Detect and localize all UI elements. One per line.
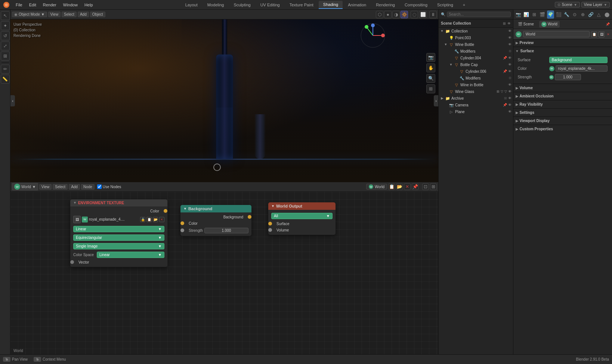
overlay-toggle[interactable]: ◌ — [411, 11, 418, 18]
tree-item-point003[interactable]: 💡 Point.003 👁 — [439, 34, 513, 41]
snap-node-btn[interactable]: ⊡ — [422, 183, 429, 190]
winebottle-eye[interactable]: 👁 — [508, 83, 511, 87]
prop-world-icon[interactable]: 🌍 — [547, 10, 554, 19]
tab-shading[interactable]: Shading — [319, 1, 343, 9]
hand-tool-btn[interactable]: ✋ — [426, 63, 435, 72]
env-interpolation-dropdown[interactable]: Linear ▼ — [73, 226, 164, 232]
node-canvas[interactable]: ▼ ENVIRONMENT TEXTURE Color 🖼 W royal_es… — [10, 192, 438, 355]
scene-collection-eye[interactable]: 👁 — [507, 22, 511, 25]
bg-strength-value[interactable]: 1.000 — [204, 228, 248, 233]
tree-item-wine-bottle[interactable]: ▼ ▽ Wine Bottle 👁 — [439, 41, 513, 48]
settings-header[interactable]: Settings — [513, 109, 612, 116]
view-menu[interactable]: View — [48, 12, 61, 17]
tab-scripting[interactable]: Scripting — [433, 1, 458, 9]
tab-add[interactable]: + — [458, 1, 470, 9]
menu-file[interactable]: File — [13, 2, 25, 8]
prop-modifier-icon[interactable]: 🔧 — [563, 10, 571, 19]
node-add-menu[interactable]: Add — [69, 184, 80, 190]
scene-selector[interactable]: ⊙ Scene ▼ — [555, 2, 580, 7]
tab-animation[interactable]: Animation — [343, 1, 371, 9]
menu-window[interactable]: Window — [60, 2, 81, 8]
preview-header[interactable]: Preview — [513, 40, 612, 46]
env-preview-thumb[interactable]: 🖼 — [73, 216, 81, 223]
xray-toggle[interactable]: ⬜ — [419, 11, 427, 18]
node-node-menu[interactable]: Node — [81, 184, 95, 190]
object-mode-dropdown[interactable]: ◉ Object Mode ▼ — [12, 12, 47, 17]
env-vector-socket[interactable] — [70, 260, 74, 264]
tool-move[interactable]: ✦ — [1, 21, 10, 30]
prop-data-icon[interactable]: △ — [595, 10, 603, 19]
tree-item-bottle-cap[interactable]: ▼ ▽ Bottle Cap 👁 — [439, 61, 513, 68]
env-projection-dropdown[interactable]: Equirectangular ▼ — [73, 234, 164, 241]
shading-wireframe[interactable]: ⬡ — [376, 11, 383, 18]
zoom-btn[interactable]: 🔍 — [426, 74, 435, 83]
world-browse-btn[interactable]: 🖼 — [599, 31, 605, 37]
pause-btn[interactable]: ⏸ — [429, 11, 437, 18]
use-nodes-checkbox[interactable] — [97, 184, 102, 189]
prop-view-icon[interactable]: ⊞ — [531, 10, 538, 19]
wo-volume-socket[interactable] — [268, 228, 272, 232]
custom-props-header[interactable]: Custom Properties — [513, 126, 612, 132]
world-name-display[interactable]: W World — [366, 184, 387, 190]
shading-rendered[interactable]: 🔆 — [401, 11, 408, 18]
menu-edit[interactable]: Edit — [26, 2, 39, 8]
surface-value[interactable]: Background — [549, 57, 608, 63]
color-value[interactable]: royal_esplanade_4k... — [556, 65, 608, 72]
tree-item-modifiers2[interactable]: 🔧 Modifiers ⚙ — [439, 75, 513, 81]
add-menu[interactable]: Add — [78, 12, 89, 17]
tree-item-camera[interactable]: 📷 Camera 📌 👁 — [439, 102, 513, 108]
surface-header[interactable]: Surface — [513, 48, 612, 54]
cyl006-eye[interactable]: 👁 — [508, 69, 511, 73]
archive-eye[interactable]: 👁 — [508, 96, 511, 100]
tree-item-archive[interactable]: ▶ 📁 Archive ⊠ 👁 — [439, 95, 513, 102]
collapse-right-btn[interactable]: › — [434, 95, 438, 106]
env-open-btn[interactable]: 📂 — [153, 217, 158, 222]
tab-layout[interactable]: Layout — [181, 1, 202, 9]
env-color-socket[interactable] — [164, 209, 167, 213]
tree-item-collection[interactable]: ▼ 📁 Collection 👁 — [439, 28, 513, 34]
tab-modeling[interactable]: Modeling — [203, 1, 229, 9]
prop-physics-icon[interactable]: ⊕ — [579, 10, 587, 19]
close-node-btn[interactable]: ✕ — [404, 183, 411, 190]
world-name-field[interactable] — [523, 31, 590, 37]
node-select-menu[interactable]: Select — [53, 184, 68, 190]
scene-tab[interactable]: 🎬 Scene — [516, 21, 536, 27]
prop-object-icon[interactable]: ⬛ — [555, 10, 562, 19]
tab-rendering[interactable]: Rendering — [371, 1, 399, 9]
wineglass-icon2[interactable]: ⊞ — [497, 90, 500, 93]
prop-render-icon[interactable]: 📷 — [515, 10, 522, 19]
tree-item-cylinder006[interactable]: ▽ Cylinder.006 📌 👁 — [439, 68, 513, 75]
ao-header[interactable]: Ambient Occlusion — [513, 93, 612, 99]
bg-strength-socket[interactable] — [180, 228, 184, 232]
prop-scene-icon[interactable]: 🎬 — [539, 10, 546, 19]
tab-uv-editing[interactable]: UV Editing — [256, 1, 284, 9]
shading-solid[interactable]: ● — [384, 11, 392, 18]
ray-visibility-header[interactable]: Ray Visibility — [513, 101, 612, 108]
bg-node-collapse[interactable]: ▼ — [183, 207, 187, 211]
object-menu[interactable]: Object — [90, 12, 105, 17]
use-nodes-toggle[interactable]: Use Nodes — [97, 184, 121, 189]
env-protect-btn[interactable]: 🔒 — [140, 217, 145, 222]
local-view-btn[interactable]: ⊞ — [426, 84, 435, 93]
tool-cursor[interactable]: ↖ — [1, 11, 10, 20]
mod2-settings[interactable]: ⚙ — [509, 76, 511, 80]
env-node-collapse[interactable]: ▼ — [73, 201, 77, 205]
pin-node-btn[interactable]: 📌 — [412, 183, 418, 190]
tool-measure[interactable]: 📏 — [1, 75, 10, 84]
cyl006-pin[interactable]: 📌 — [503, 69, 507, 73]
tab-texture-paint[interactable]: Texture Paint — [285, 1, 318, 9]
prop-particles-icon[interactable]: ⊙ — [571, 10, 578, 19]
navigation-gizmo[interactable]: X Y Z — [360, 22, 386, 49]
viewport-3d[interactable]: User Perspective (0) Collection Renderin… — [10, 19, 438, 182]
scene-search-input[interactable] — [447, 12, 511, 17]
camera-eye[interactable]: 👁 — [508, 103, 511, 107]
env-colorspace-dropdown[interactable]: Linear ▼ — [97, 252, 164, 258]
wineglass-eye[interactable]: 👁 — [508, 90, 511, 93]
menu-render[interactable]: Render — [40, 2, 59, 8]
tool-scale[interactable]: ⤢ — [1, 41, 10, 50]
tree-item-wine-glass[interactable]: ▽ Wine Glass ⊞ ▽ ▽ 👁 — [439, 88, 513, 95]
collapse-left-btn[interactable]: ‹ — [10, 95, 15, 106]
env-source-dropdown[interactable]: Single Image ▼ — [73, 243, 164, 249]
tab-sculpting[interactable]: Sculpting — [229, 1, 255, 9]
tree-item-wine-in-bottle[interactable]: ▽ Wine in Bottle 👁 — [439, 81, 513, 88]
